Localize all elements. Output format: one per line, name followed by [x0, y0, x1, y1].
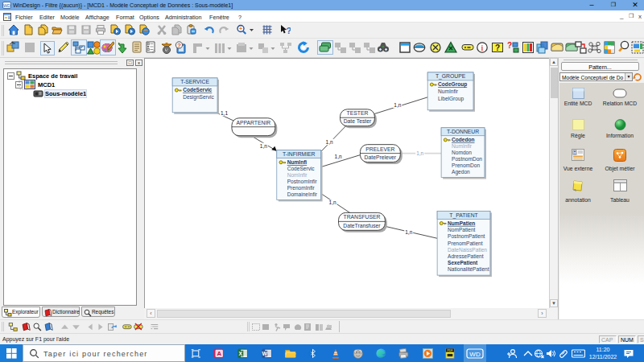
svg-text:DesignServic: DesignServic	[183, 94, 214, 101]
svg-text:T_GROUPE: T_GROUPE	[436, 73, 466, 80]
svg-text:DateNaissPatien: DateNaissPatien	[448, 247, 487, 253]
svg-text:1,1: 1,1	[221, 110, 228, 116]
svg-text:PrenomDon: PrenomDon	[452, 162, 480, 168]
svg-text:T-SERVICE: T-SERVICE	[180, 79, 209, 84]
svg-text:NomInfir: NomInfir	[287, 172, 308, 178]
svg-text:CodeServic: CodeServic	[183, 87, 212, 93]
svg-text:1,n: 1,n	[416, 150, 423, 156]
svg-text:Nomdon: Nomdon	[452, 150, 472, 155]
svg-text:T_PATIENT: T_PATIENT	[449, 212, 477, 219]
svg-text:NumInfir: NumInfir	[452, 143, 473, 149]
svg-text:W: W	[262, 351, 268, 356]
svg-text:AdressePatient: AdressePatient	[448, 253, 484, 259]
svg-text:WD: WD	[3, 3, 10, 8]
svg-text:T-DONNEUR: T-DONNEUR	[447, 129, 479, 134]
svg-text:CodeServic: CodeServic	[287, 166, 316, 171]
svg-text:i: i	[481, 43, 484, 52]
svg-text:LibelGroup: LibelGroup	[438, 96, 464, 102]
svg-text:NationalitéPatient: NationalitéPatient	[448, 266, 489, 272]
svg-text:SexePatient: SexePatient	[448, 260, 478, 265]
svg-text:NumPatien: NumPatien	[448, 220, 475, 226]
svg-text:?: ?	[177, 42, 181, 49]
svg-text:WD: WD	[469, 351, 481, 358]
svg-text:DomaineInfir: DomaineInfir	[287, 191, 318, 197]
svg-text:+: +	[239, 26, 242, 31]
svg-text:PRELEVER: PRELEVER	[365, 146, 394, 152]
svg-text:NomPatient: NomPatient	[448, 227, 475, 232]
svg-text:?: ?	[507, 41, 512, 50]
svg-text:1,n: 1,n	[394, 102, 401, 108]
svg-text:TESTER: TESTER	[347, 110, 369, 116]
svg-text:1,n: 1,n	[405, 229, 412, 235]
svg-text:1,n: 1,n	[335, 154, 342, 159]
svg-text:APPARTENIR: APPARTENIR	[237, 120, 271, 125]
svg-text:1,n: 1,n	[329, 200, 336, 205]
svg-text:PrenomPatient: PrenomPatient	[448, 241, 483, 246]
svg-text:PDF: PDF	[448, 349, 453, 352]
svg-text:1,n: 1,n	[260, 143, 267, 149]
svg-text:DatePrelever: DatePrelever	[365, 154, 397, 160]
svg-text:?: ?	[495, 43, 500, 52]
svg-text:TRANSFUSER: TRANSFUSER	[344, 214, 381, 220]
svg-text:PostnomInfir: PostnomInfir	[287, 179, 318, 184]
svg-text:T-INFIRMIER: T-INFIRMIER	[283, 151, 316, 157]
svg-text:?: ?	[287, 26, 291, 35]
svg-text:NumInfi: NumInfi	[287, 159, 308, 165]
svg-text:Agedon: Agedon	[452, 169, 470, 175]
svg-text:CodeGroup: CodeGroup	[438, 81, 467, 88]
svg-text:Date Tester: Date Tester	[344, 118, 372, 124]
svg-text:Codedon: Codedon	[452, 137, 474, 142]
svg-text:1,n: 1,n	[326, 139, 333, 145]
svg-text:X: X	[239, 351, 243, 356]
svg-text:DateTransfuser: DateTransfuser	[343, 223, 381, 228]
svg-text:PostnomDon: PostnomDon	[452, 156, 482, 162]
svg-text:PrenomInfir: PrenomInfir	[287, 185, 316, 191]
svg-text:A: A	[217, 350, 221, 357]
svg-text:NumInfir: NumInfir	[438, 88, 459, 94]
svg-text:PostnomPatient: PostnomPatient	[448, 233, 485, 239]
